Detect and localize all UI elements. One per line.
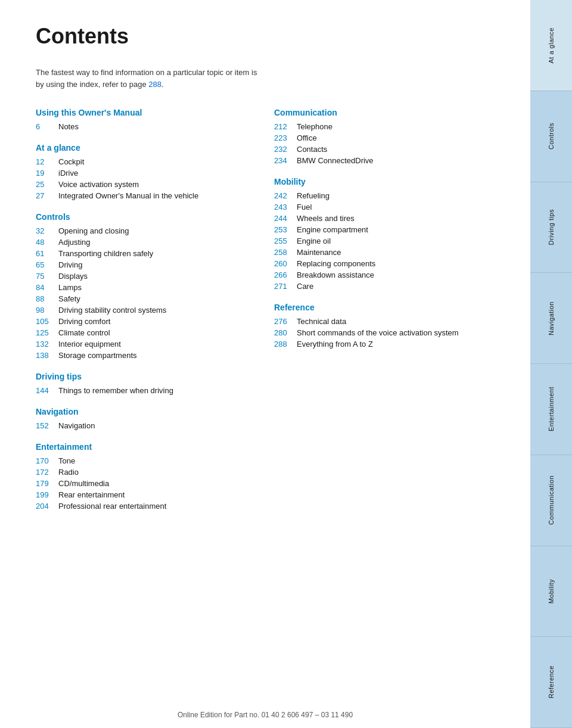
toc-item: 6Notes — [36, 122, 238, 131]
toc-entry-label: Professional rear entertainment — [58, 502, 166, 511]
section-heading: Navigation — [36, 407, 238, 416]
toc-item: 19iDrive — [36, 169, 238, 178]
toc-item: 260Replacing components — [274, 259, 477, 268]
toc-page-number[interactable]: 27 — [36, 191, 58, 200]
toc-item: 243Fuel — [274, 203, 477, 211]
toc-entry-label: Displays — [58, 272, 88, 281]
toc-entry-label: Climate control — [58, 328, 110, 337]
toc-page-number[interactable]: 152 — [36, 421, 58, 430]
sidebar-tab-driving-tips[interactable]: Driving tips — [530, 182, 572, 273]
main-content: Contents The fastest way to find informa… — [0, 0, 512, 549]
page-title: Contents — [36, 24, 477, 49]
toc-page-number[interactable]: 280 — [274, 328, 297, 337]
toc-entry-label: Replacing components — [297, 259, 375, 268]
toc-page-number[interactable]: 125 — [36, 328, 58, 337]
toc-page-number[interactable]: 243 — [274, 203, 297, 211]
sidebar-tab-label: Driving tips — [548, 209, 555, 245]
page-288-link[interactable]: 288 — [148, 80, 161, 89]
toc-page-number[interactable]: 84 — [36, 283, 58, 292]
sidebar-tab-at-a-glance[interactable]: At a glance — [530, 0, 572, 91]
toc-item: 172Radio — [36, 468, 238, 477]
toc-page-number[interactable]: 32 — [36, 226, 58, 235]
toc-page-number[interactable]: 172 — [36, 468, 58, 477]
toc-item: 179CD/multimedia — [36, 479, 238, 488]
toc-item: 132Interior equipment — [36, 340, 238, 349]
toc-page-number[interactable]: 179 — [36, 479, 58, 488]
toc-page-number[interactable]: 132 — [36, 340, 58, 349]
toc-entry-label: Technical data — [297, 317, 346, 326]
footer: Online Edition for Part no. 01 40 2 606 … — [0, 711, 530, 719]
toc-item: 125Climate control — [36, 328, 238, 337]
toc-page-number[interactable]: 170 — [36, 456, 58, 465]
toc-entry-label: Fuel — [297, 203, 312, 211]
toc-page-number[interactable]: 204 — [36, 502, 58, 511]
toc-item: 212Telephone — [274, 122, 477, 131]
toc-item: 258Maintenance — [274, 248, 477, 257]
toc-page-number[interactable]: 98 — [36, 306, 58, 315]
sidebar-tab-navigation[interactable]: Navigation — [530, 273, 572, 364]
sidebar-tab-controls[interactable]: Controls — [530, 91, 572, 182]
toc-entry-label: Wheels and tires — [297, 214, 355, 223]
toc-entry-label: Rear entertainment — [58, 490, 125, 499]
toc-item: 65Driving — [36, 260, 238, 269]
toc-page-number[interactable]: 61 — [36, 249, 58, 258]
toc-page-number[interactable]: 88 — [36, 294, 58, 303]
toc-item: 48Adjusting — [36, 238, 238, 247]
toc-item: 32Opening and closing — [36, 226, 238, 235]
toc-page-number[interactable]: 105 — [36, 317, 58, 326]
toc-page-number[interactable]: 12 — [36, 157, 58, 166]
toc-item: 12Cockpit — [36, 157, 238, 166]
sidebar-tab-mobility[interactable]: Mobility — [530, 546, 572, 637]
intro-paragraph: The fastest way to find information on a… — [36, 67, 262, 90]
toc-page-number[interactable]: 6 — [36, 122, 58, 131]
toc-item: 105Driving comfort — [36, 317, 238, 326]
toc-entry-label: Driving — [58, 260, 82, 269]
toc-page-number[interactable]: 266 — [274, 270, 297, 279]
toc-item: 242Refueling — [274, 191, 477, 200]
toc-item: 244Wheels and tires — [274, 214, 477, 223]
toc-page-number[interactable]: 75 — [36, 272, 58, 281]
toc-item: 170Tone — [36, 456, 238, 465]
toc-page-number[interactable]: 276 — [274, 317, 297, 326]
toc-page-number[interactable]: 65 — [36, 260, 58, 269]
toc-page-number[interactable]: 253 — [274, 225, 297, 234]
toc-page-number[interactable]: 258 — [274, 248, 297, 257]
toc-page-number[interactable]: 25 — [36, 180, 58, 189]
toc-item: 98Driving stability control systems — [36, 306, 238, 315]
sidebar-tab-label: Reference — [548, 665, 555, 698]
toc-page-number[interactable]: 199 — [36, 490, 58, 499]
sidebar-tab-label: Entertainment — [548, 387, 555, 431]
toc-page-number[interactable]: 223 — [274, 133, 297, 142]
toc-entry-label: Tone — [58, 456, 75, 465]
toc-entry-label: Lamps — [58, 283, 82, 292]
toc-page-number[interactable]: 242 — [274, 191, 297, 200]
section-heading: Communication — [274, 108, 477, 117]
toc-entry-label: Cockpit — [58, 157, 84, 166]
toc-page-number[interactable]: 232 — [274, 145, 297, 154]
sidebar-tab-entertainment[interactable]: Entertainment — [530, 364, 572, 455]
sidebar-tab-label: At a glance — [548, 27, 555, 64]
toc-entry-label: CD/multimedia — [58, 479, 109, 488]
toc-item: 223Office — [274, 133, 477, 142]
toc-page-number[interactable]: 19 — [36, 169, 58, 178]
toc-page-number[interactable]: 288 — [274, 340, 297, 349]
toc-page-number[interactable]: 271 — [274, 282, 297, 291]
toc-entry-label: Integrated Owner's Manual in the vehicle — [58, 191, 198, 200]
toc-page-number[interactable]: 144 — [36, 386, 58, 395]
toc-entry-label: Storage compartments — [58, 351, 137, 360]
sidebar-tab-reference[interactable]: Reference — [530, 637, 572, 728]
toc-page-number[interactable]: 48 — [36, 238, 58, 247]
sidebar-tabs: At a glanceControlsDriving tipsNavigatio… — [530, 0, 572, 728]
toc-page-number[interactable]: 212 — [274, 122, 297, 131]
toc-page-number[interactable]: 244 — [274, 214, 297, 223]
toc-entry-label: Safety — [58, 294, 80, 303]
toc-entry-label: Notes — [58, 122, 79, 131]
toc-entry-label: Short commands of the voice activation s… — [297, 328, 459, 337]
toc-page-number[interactable]: 234 — [274, 156, 297, 165]
toc-page-number[interactable]: 255 — [274, 237, 297, 245]
toc-page-number[interactable]: 260 — [274, 259, 297, 268]
section-heading: Reference — [274, 303, 477, 312]
toc-page-number[interactable]: 138 — [36, 351, 58, 360]
sidebar-tab-communication[interactable]: Communication — [530, 455, 572, 546]
sidebar-tab-label: Navigation — [548, 301, 555, 335]
